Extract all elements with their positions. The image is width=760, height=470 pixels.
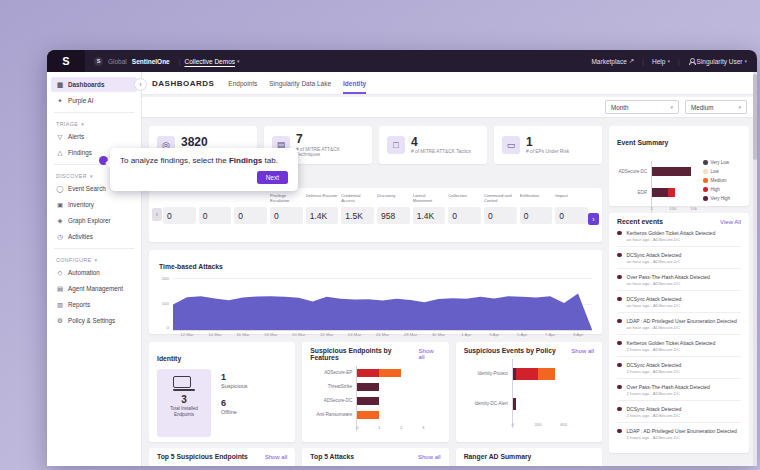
- help-menu[interactable]: Help▾: [652, 58, 670, 65]
- divider: [54, 248, 134, 249]
- tactic-value[interactable]: 0: [199, 207, 232, 224]
- sidebar-item-label: Event Search: [68, 185, 106, 192]
- time-based-attacks-title: Time-based Attacks: [159, 263, 223, 270]
- tactic-label: [199, 193, 232, 207]
- sidebar-item-label: Reports: [68, 301, 90, 308]
- sidebar-item-graph-explorer[interactable]: ◈Graph Explorer: [51, 213, 137, 228]
- event-list-item[interactable]: DCSync Attack Detectedan hour ago - ADSe…: [617, 246, 741, 268]
- sidebar-item-purple-ai[interactable]: ✦Purple AI: [51, 93, 137, 108]
- event-list-item[interactable]: Over Pass-The-Hash Attack Detectedan hou…: [617, 268, 741, 290]
- sidebar-section-configure[interactable]: CONFIGURE▾: [47, 253, 141, 264]
- bar-segment-very_high[interactable]: [652, 188, 668, 197]
- tactic-value[interactable]: 0: [270, 207, 303, 224]
- event-list-item[interactable]: Kerberos Golden Ticket Attack Detected2 …: [617, 334, 741, 356]
- sidebar-item-activities[interactable]: ◷Activities: [51, 229, 137, 244]
- dashboards-icon: ▦: [56, 81, 64, 89]
- event-list-item[interactable]: LDAP : AD Privileged User Enumeration De…: [617, 312, 741, 334]
- bar-segment-very_high[interactable]: [357, 397, 379, 405]
- view-all-link[interactable]: View All: [720, 219, 741, 225]
- next-button[interactable]: Next: [257, 171, 288, 184]
- show-all-link[interactable]: Show all: [265, 454, 288, 460]
- tactic-value[interactable]: 1.4K: [413, 207, 446, 224]
- severity-select[interactable]: Medium▾: [685, 100, 747, 114]
- sidebar-item-policy-settings[interactable]: ⚙Policy & Settings: [51, 313, 137, 328]
- tactic-value[interactable]: 1.4K: [306, 207, 339, 224]
- user-menu[interactable]: Singularity User▾: [688, 58, 747, 65]
- top-5-suspicious-endpoints-panel: Top 5 Suspicious EndpointsShow all: [149, 448, 295, 466]
- tab-identity[interactable]: Identity: [343, 72, 366, 94]
- tactic-value[interactable]: 0: [520, 207, 553, 224]
- tactic-value[interactable]: 0: [484, 207, 517, 224]
- tab-endpoints[interactable]: Endpoints: [228, 72, 257, 94]
- period-select[interactable]: Month▾: [605, 100, 679, 114]
- total-endpoints-card[interactable]: 3 Total Installed Endpoints: [157, 369, 211, 437]
- bar-category-label: Anti-Ransomware: [310, 408, 352, 422]
- tactic-value[interactable]: 958: [377, 207, 410, 224]
- sidebar-item-reports[interactable]: ▥Reports: [51, 297, 137, 312]
- tactic-label: Impact: [555, 193, 588, 207]
- kpi-card-of-mitre-att-ck-tactics[interactable]: □4# of MITRE ATT&CK Tactics: [379, 126, 487, 164]
- show-all-link[interactable]: Show all: [418, 454, 441, 460]
- bar-segment-very_high[interactable]: [513, 398, 517, 410]
- tooltip-text: To analyze findings, select the Findings…: [120, 156, 288, 167]
- chevron-down-icon: ▾: [237, 58, 240, 64]
- tab-singularity-data-lake[interactable]: Singularity Data Lake: [269, 72, 331, 94]
- tactic-value[interactable]: 0: [234, 207, 267, 224]
- tactic-value[interactable]: 1.5K: [341, 207, 374, 224]
- chevron-down-icon: ▾: [81, 121, 84, 127]
- event-list-item[interactable]: Kerberos Golden Ticket Attack Detectedan…: [617, 225, 741, 246]
- scrollbar-thumb[interactable]: [753, 74, 757, 160]
- event-meta: 2 hours ago - ADSecure-DC: [627, 391, 710, 396]
- tactic-column-lateral-movement: Lateral Movement1.4K: [413, 193, 446, 224]
- identity-title: Identity: [157, 355, 181, 362]
- tactic-value[interactable]: 0: [555, 207, 588, 224]
- panel-title: Ranger AD Summary: [464, 453, 532, 460]
- sidebar-section-triage[interactable]: TRIAGE▾: [47, 117, 141, 128]
- sidebar-item-label: Automation: [68, 269, 100, 276]
- sentinelone-logo[interactable]: S: [47, 50, 85, 72]
- bar-category-label: ThreatStrike: [310, 380, 352, 394]
- severity-dot-icon: [617, 407, 622, 412]
- event-title: DCSync Attack Detected: [627, 406, 682, 412]
- event-list-item[interactable]: DCSync Attack Detected2 hours ago - ADSe…: [617, 356, 741, 378]
- bar-segment-medium[interactable]: [357, 411, 379, 419]
- tactics-scroll-right-button[interactable]: ›: [588, 213, 599, 225]
- x-axis-label: 3 Apr: [489, 332, 499, 337]
- offline-stat[interactable]: 6 Offline: [221, 398, 248, 415]
- event-list-item[interactable]: LDAP : AD Privileged User Enumeration De…: [617, 422, 741, 444]
- marketplace-link[interactable]: Marketplace↗: [591, 57, 634, 65]
- chevron-down-icon: ▾: [744, 58, 747, 64]
- x-axis-label: 18 Mar: [264, 332, 277, 337]
- tactic-label: Privilege Escalation: [270, 193, 303, 207]
- sidebar-item-agent-management[interactable]: ▤Agent Management: [51, 281, 137, 296]
- sidebar-item-automation[interactable]: ◇Automation: [51, 265, 137, 280]
- suspicious-endpoints-by-features-panel: Suspicious Endpoints by Features Show al…: [302, 342, 448, 442]
- event-list-item[interactable]: Over Pass-The-Hash Attack Detected2 hour…: [617, 378, 741, 400]
- bar-segment-medium[interactable]: [538, 368, 555, 380]
- bar-segment-very_high[interactable]: [357, 383, 379, 391]
- kpi-card-of-eps-under-risk[interactable]: ▭1# of EPs Under Risk: [494, 126, 602, 164]
- features-show-all-link[interactable]: Show all: [419, 348, 441, 360]
- event-list-item[interactable]: DCSync Attack Detectedan hour ago - ADSe…: [617, 290, 741, 312]
- scrollbar[interactable]: [753, 72, 757, 466]
- legend-dot: [703, 169, 708, 174]
- bar-segment-high[interactable]: [357, 369, 379, 377]
- bar-segment-high[interactable]: [668, 188, 675, 197]
- site-selector[interactable]: Collective Demos▾: [184, 58, 239, 65]
- tactic-value[interactable]: 0: [163, 207, 196, 224]
- sidebar-item-dashboards[interactable]: ▦Dashboards: [51, 77, 137, 92]
- inventory-icon: ▣: [56, 201, 64, 209]
- sidebar-item-alerts[interactable]: ▽Alerts: [51, 129, 137, 144]
- tactic-label: Collection: [448, 193, 481, 207]
- event-list-item[interactable]: DCSync Attack Detected2 hours ago - ADSe…: [617, 400, 741, 422]
- tactics-scroll-left-button[interactable]: ‹: [152, 208, 162, 221]
- sidebar-collapse-button[interactable]: ‹: [134, 78, 147, 91]
- suspicious-stat[interactable]: 1 Suspicious: [221, 372, 248, 389]
- sidebar-item-inventory[interactable]: ▣Inventory: [51, 197, 137, 212]
- tactic-value[interactable]: 0: [448, 207, 481, 224]
- bar-segment-high[interactable]: [516, 368, 538, 380]
- bar-segment-medium[interactable]: [379, 369, 401, 377]
- policy-show-all-link[interactable]: Show all: [571, 348, 594, 354]
- sidebar: ▦Dashboards✦Purple AITRIAGE▾▽Alerts△Find…: [47, 72, 142, 466]
- bar-segment-very_high[interactable]: [652, 167, 691, 176]
